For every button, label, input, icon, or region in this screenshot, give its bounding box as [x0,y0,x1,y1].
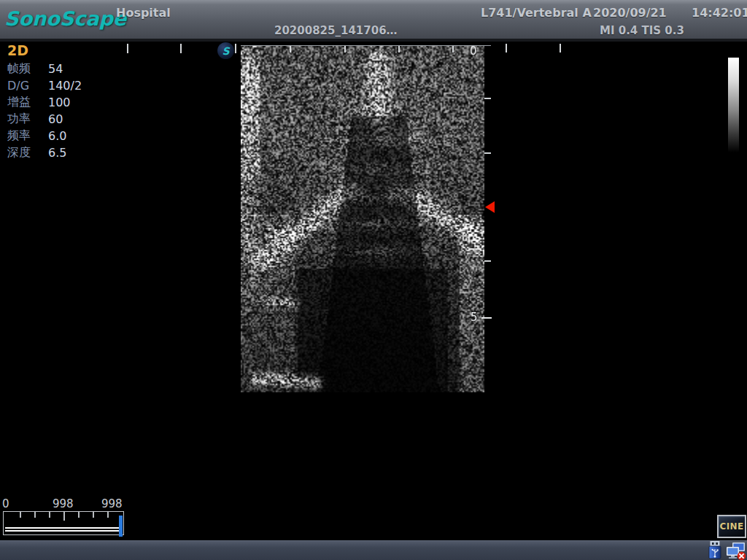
depth-ruler-tick [484,152,491,154]
param-value: 6.5 [48,146,66,160]
param-row-power: 功率 60 [7,111,82,128]
ruler-tick [180,44,182,53]
cine-tick [20,512,21,518]
ruler-tick [344,46,346,52]
ruler-tick [398,46,400,52]
top-bar: SonoScape Hospital L741/Vertebral A 2020… [0,0,747,42]
depth-ruler-tick [481,317,492,319]
network-disconnected-icon[interactable] [726,542,746,560]
param-value: 6.0 [48,129,66,143]
depth-ruler-tick [484,98,491,99]
cine-tick [107,512,109,518]
ruler-tick [235,44,236,53]
ruler-tick [560,44,561,52]
ruler-tick [127,44,128,53]
cine-scrollbar[interactable] [3,511,124,535]
param-value: 100 [48,96,71,109]
hospital-name: Hospital [116,6,171,20]
param-label: 增益 [7,95,48,110]
mi-tis-display: MI 0.4 TIS 0.3 [600,24,684,37]
cine-tick [34,512,36,518]
time-display: 14:42:01 [692,6,747,20]
ultrasound-system-screen: SonoScape Hospital L741/Vertebral A 2020… [0,0,747,560]
param-row-framerate: 帧频 54 [7,61,82,77]
grayscale-bar [728,58,739,152]
focus-marker-icon [485,201,495,213]
param-label: 功率 [7,112,48,127]
param-value: 60 [48,112,63,126]
param-row-frequency: 频率 6.0 [7,128,82,144]
param-value: 54 [48,62,63,76]
ultrasound-image [241,46,484,392]
cine-tick [93,512,94,518]
depth-ruler-origin-label: 0 [470,44,477,58]
cine-position-cursor[interactable] [119,516,123,537]
cine-tick [49,512,50,518]
taskbar [0,540,747,560]
param-row-gain: 增益 100 [7,94,82,111]
param-label: 频率 [7,128,48,144]
parameter-panel: 帧频 54 D/G 140/2 增益 100 功率 60 频率 6.0 深度 6… [7,61,82,161]
sonoscape-logo: SonoScape [4,7,126,30]
probe-preset: L741/Vertebral A [481,6,592,20]
ruler-tick [506,44,507,52]
param-label: 帧频 [7,61,48,77]
cine-button-label: CINE [719,521,743,532]
cine-tick [63,512,65,521]
param-row-dg: D/G 140/2 [7,77,82,94]
cine-tick [78,512,80,518]
cine-start-label: 0 [2,497,9,510]
ruler-tick [290,46,291,52]
param-row-depth: 深度 6.5 [7,144,82,161]
date-display: 2020/09/21 [593,6,667,20]
mode-2d-label: 2D [7,42,28,58]
exam-id: 20200825_141706… [274,24,398,37]
cine-current-label: 998 [53,497,74,510]
cine-total-label: 998 [101,497,123,510]
param-value: 140/2 [48,79,82,93]
usb-device-icon[interactable] [707,541,723,559]
depth-ruler-5cm-label: 5 [471,311,478,324]
probe-orientation-marker-icon: S [217,42,234,59]
ruler-tick [452,46,454,52]
cine-progress-track [5,527,119,532]
depth-ruler-tick [484,260,491,262]
logo-mark: S [222,45,229,57]
param-label: D/G [7,79,48,93]
param-label: 深度 [7,145,48,160]
cine-button[interactable]: CINE [717,515,746,538]
